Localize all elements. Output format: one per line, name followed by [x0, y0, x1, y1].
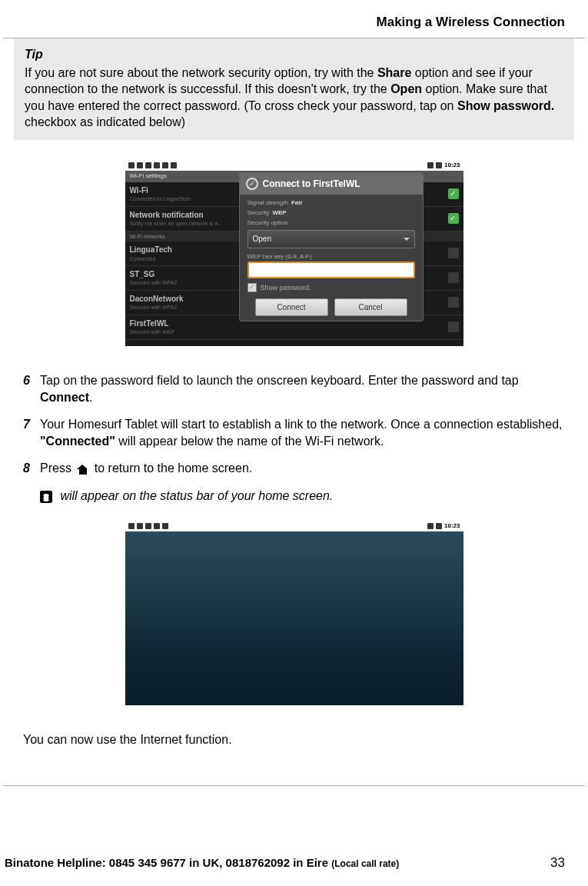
step-7: 7 Your Homesurf Tablet will start to est…: [23, 416, 565, 449]
android-screenshot-1: 10:23 Wi-Fi settings Wi-Fi Connected to …: [125, 160, 463, 346]
dialog-header: Connect to FirstTelWL: [240, 173, 423, 195]
cancel-button[interactable]: Cancel: [334, 298, 407, 317]
tip-bold-showpw: Show password.: [457, 99, 554, 112]
status-icon: [154, 523, 160, 529]
tip-p1: If you are not sure about the network se…: [25, 66, 377, 79]
wifi-network-name: DaconNetwork: [130, 294, 184, 305]
checkbox-checked-icon[interactable]: [448, 213, 459, 224]
wifi-row-name: Network notification: [130, 210, 223, 221]
security-option-label: Security option: [247, 219, 288, 228]
wifi-network-name: FirstTelWL: [130, 318, 174, 329]
step-number: 6: [23, 372, 40, 405]
wifi-network-sub: Secured with WEP: [130, 328, 174, 335]
show-password-row[interactable]: Show password.: [247, 283, 415, 292]
security-value: WEP: [272, 209, 286, 218]
step-number: 7: [23, 416, 40, 449]
step-6-bold: Connect: [40, 391, 89, 404]
wifi-row-name: Wi-Fi: [130, 185, 191, 196]
page-number: 33: [550, 854, 565, 872]
status-bar: 10:23: [125, 160, 463, 171]
step-list: 6 Tap on the password field to launch th…: [23, 372, 565, 477]
select-value: Open: [253, 234, 271, 245]
connect-dialog: Connect to FirstTelWL Signal strength Fa…: [239, 172, 424, 322]
wifi-network-sub: Secured with WPA2: [130, 304, 184, 311]
footer-helpline: Binatone Helpline: 0845 345 9677 in UK, …: [5, 855, 399, 871]
step-6-p1: Tap on the password field to launch the …: [40, 374, 519, 387]
signal-strength-value: Fair: [291, 199, 303, 208]
status-icon: [145, 523, 151, 529]
step-8-p2: to return to the home screen.: [91, 461, 252, 475]
security-label: Security: [247, 209, 270, 218]
screenshot-2-frame: 10:23: [14, 507, 574, 719]
step-7-bold: "Connected": [40, 435, 115, 448]
status-icon: [128, 523, 135, 529]
wifi-status-icon: [427, 523, 434, 529]
note-text: will appear on the status bar of your ho…: [57, 489, 333, 502]
wifi-network-name: LinguaTech: [130, 245, 172, 255]
status-icon: [137, 523, 143, 529]
signal-icon: [448, 248, 459, 258]
step-6-p2: .: [89, 391, 92, 404]
signal-lock-icon: [448, 321, 459, 332]
status-icon: [128, 162, 135, 168]
show-password-label: Show password.: [261, 283, 311, 292]
step-7-p2: will appear below the name of the Wi-Fi …: [115, 435, 384, 448]
step-text: Tap on the password field to launch the …: [40, 372, 565, 405]
page-header-title: Making a Wireless Connection: [0, 0, 588, 38]
status-time: 10:23: [444, 522, 460, 531]
footer-helpline-bold: Binatone Helpline: 0845 345 9677 in UK, …: [5, 856, 331, 869]
tip-label: Tip: [25, 46, 563, 63]
connect-button[interactable]: Connect: [255, 298, 328, 317]
dialog-title: Connect to FirstTelWL: [263, 178, 360, 190]
step-8-p1: Press: [40, 461, 75, 475]
step-8: 8 Press to return to the home screen.: [23, 460, 565, 477]
step-number: 8: [23, 460, 40, 477]
tip-box: Tip If you are not sure about the networ…: [14, 38, 574, 140]
signal-strength-label: Signal strength: [247, 199, 288, 208]
tip-bold-open: Open: [390, 82, 422, 95]
wifi-row-sub: Connected to LinguaTech: [130, 195, 191, 202]
step-7-p1: Your Homesurf Tablet will start to estab…: [40, 418, 562, 431]
tip-bold-share: Share: [377, 66, 411, 79]
tip-p4: checkbox as indicated below): [25, 115, 185, 128]
status-icon: [427, 162, 434, 168]
page-footer: Binatone Helpline: 0845 345 9677 in UK, …: [0, 854, 588, 872]
battery-icon: [436, 523, 442, 529]
wifi-network-sub: Secured with WPA2: [130, 279, 178, 286]
status-bar: 10:23: [125, 521, 463, 531]
status-icon: [171, 162, 177, 168]
checkbox-icon[interactable]: [247, 283, 257, 292]
status-time: 10:23: [444, 162, 460, 170]
battery-icon: [436, 162, 442, 168]
home-screen-wallpaper: [125, 531, 463, 705]
wifi-status-icon: [40, 491, 52, 503]
status-icon: [145, 162, 151, 168]
chevron-down-icon: [404, 238, 410, 241]
wifi-network-sub: Connected: [130, 255, 172, 262]
connect-check-icon: [246, 178, 258, 190]
step-text: Your Homesurf Tablet will start to estab…: [40, 416, 565, 449]
hex-key-label: WEP hex key (0-9, A-F): [247, 253, 415, 261]
home-icon: [77, 465, 88, 475]
closing-text: You can now use the Internet function.: [23, 731, 565, 748]
status-icon: [137, 162, 143, 168]
step-text: Press to return to the home screen.: [40, 460, 565, 477]
footer-helpline-small: (Local call rate): [331, 858, 399, 869]
password-input[interactable]: [247, 261, 415, 278]
checkbox-checked-icon[interactable]: [448, 188, 459, 199]
footer-divider: [3, 785, 585, 786]
status-icon: [162, 523, 168, 529]
security-option-select[interactable]: Open: [247, 230, 415, 248]
wifi-status-note: will appear on the status bar of your ho…: [40, 488, 565, 505]
screenshot-1-frame: 10:23 Wi-Fi settings Wi-Fi Connected to …: [14, 146, 574, 360]
signal-lock-icon: [448, 272, 459, 283]
wifi-network-name: ST_SG: [130, 269, 178, 280]
status-icon: [154, 162, 160, 168]
status-icon: [162, 162, 168, 168]
dialog-body: Signal strength Fair Security WEP Securi…: [240, 195, 423, 321]
step-6: 6 Tap on the password field to launch th…: [23, 372, 565, 405]
wifi-row-sub: Notify me when an open network is a...: [130, 220, 223, 227]
signal-lock-icon: [448, 297, 459, 308]
android-screenshot-2: 10:23: [125, 521, 463, 705]
tip-text: If you are not sure about the network se…: [25, 65, 563, 131]
